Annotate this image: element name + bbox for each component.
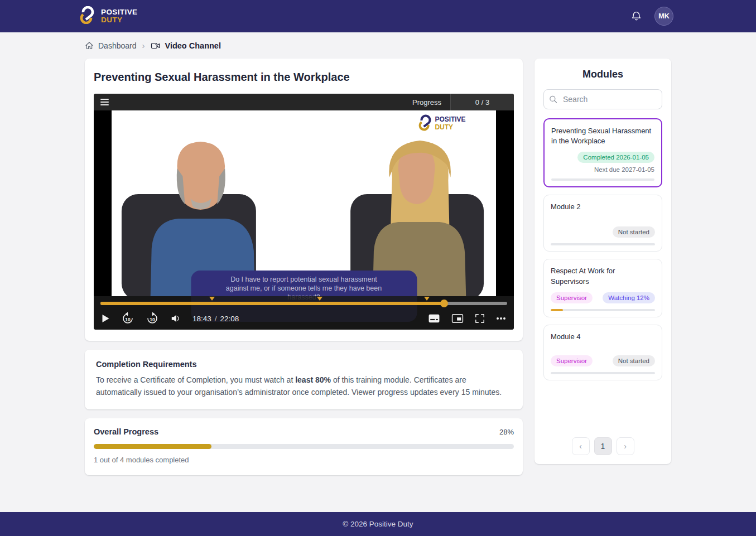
footer-copyright: © 2026 Positive Duty	[343, 520, 413, 528]
player-controls: 10 10	[94, 296, 514, 330]
module-title: Module 4	[551, 332, 655, 342]
fullscreen-button[interactable]	[475, 313, 485, 323]
breadcrumb: Dashboard › Video Channel	[0, 32, 756, 59]
svg-text:10: 10	[125, 317, 131, 322]
svg-text:POSITIVE: POSITIVE	[435, 115, 465, 123]
seek-bar[interactable]	[100, 302, 507, 305]
status-badge: Not started	[613, 226, 655, 238]
breadcrumb-dashboard-label: Dashboard	[98, 41, 137, 50]
video-frame: POSITIVE DUTY	[112, 110, 496, 296]
completion-title: Completion Requirements	[96, 360, 512, 369]
breadcrumb-current: Video Channel	[151, 41, 221, 50]
seek-handle[interactable]	[440, 300, 448, 307]
module-card-preventing-sexual-harassment[interactable]: Preventing Sexual Harassment in the Work…	[543, 118, 662, 187]
video-card: Preventing Sexual Harassment in the Work…	[85, 59, 523, 341]
overall-progress-subtitle: 1 out of 4 modules completed	[94, 456, 514, 464]
player-progress-count[interactable]: 0 / 3	[450, 94, 514, 110]
player-progress-label: Progress	[412, 98, 450, 107]
breadcrumb-separator: ›	[142, 41, 145, 50]
player-top-bar: Progress 0 / 3	[94, 94, 514, 110]
module-title: Respect At Work for Supervisors	[551, 266, 655, 286]
pagination-prev-button[interactable]: ‹	[572, 437, 590, 455]
module-title: Preventing Sexual Harassment in the Work…	[551, 126, 654, 146]
volume-button[interactable]	[170, 313, 181, 323]
time-display: 18:43 / 22:08	[192, 315, 239, 323]
breadcrumb-dashboard[interactable]: Dashboard	[85, 41, 137, 50]
completion-requirements-card: Completion Requirements To receive a Cer…	[85, 350, 523, 409]
status-badge: Completed 2026-01-05	[577, 152, 654, 163]
module-card-module-2[interactable]: Module 2 Not started	[543, 195, 662, 252]
module-title: Module 2	[551, 202, 655, 212]
home-icon	[85, 41, 94, 50]
footer: © 2026 Positive Duty	[0, 512, 756, 536]
pagination: ‹ 1 ›	[543, 427, 662, 455]
pip-button[interactable]	[451, 313, 464, 323]
rewind-10-button[interactable]: 10	[121, 312, 134, 325]
breadcrumb-current-label: Video Channel	[165, 41, 221, 50]
video-player[interactable]: Progress 0 / 3	[94, 94, 514, 330]
overall-progress-percent: 28%	[499, 428, 514, 436]
chapter-marker[interactable]	[424, 297, 430, 301]
chapter-marker[interactable]	[209, 297, 215, 301]
overall-progress-card: Overall Progress 28% 1 out of 4 modules …	[85, 418, 523, 475]
video-camera-icon	[151, 41, 161, 50]
chapter-marker[interactable]	[317, 297, 322, 301]
user-avatar[interactable]: MK	[654, 7, 673, 26]
search-input[interactable]	[543, 89, 662, 109]
captions-button[interactable]	[428, 313, 440, 323]
player-menu-icon[interactable]	[94, 99, 115, 105]
player-video-area[interactable]: POSITIVE DUTY Do I have to report potent…	[94, 110, 514, 296]
module-progress-bar	[551, 372, 655, 374]
modules-sidebar: Modules Preventing Sexual Harassment in …	[535, 59, 671, 464]
next-due-label: Next due 2027-01-05	[551, 166, 654, 173]
play-button[interactable]	[102, 314, 110, 323]
video-watermark: POSITIVE DUTY	[420, 115, 466, 131]
module-card-respect-at-work[interactable]: Respect At Work for Supervisors Supervis…	[543, 259, 662, 317]
top-navbar: POSITIVE DUTY MK	[0, 0, 756, 32]
modules-title: Modules	[543, 69, 662, 80]
module-card-module-4[interactable]: Module 4 Supervisor Not started	[543, 325, 662, 380]
svg-text:DUTY: DUTY	[435, 123, 453, 131]
pagination-page-1-button[interactable]: 1	[594, 437, 612, 455]
brand-logo[interactable]: POSITIVE DUTY	[78, 6, 137, 26]
role-badge: Supervisor	[551, 292, 593, 303]
module-progress-bar	[551, 243, 655, 245]
page-title: Preventing Sexual Harassment in the Work…	[94, 71, 514, 84]
module-progress-bar	[551, 309, 655, 311]
overall-progress-bar	[94, 444, 514, 449]
completion-body: To receive a Certificate of Completion, …	[96, 374, 509, 398]
svg-text:10: 10	[150, 317, 155, 322]
brand-name: POSITIVE DUTY	[101, 8, 137, 24]
role-badge: Supervisor	[551, 355, 593, 366]
brand-logo-icon	[78, 6, 96, 26]
module-progress-bar	[551, 178, 654, 181]
status-badge: Not started	[613, 355, 655, 366]
module-list: Preventing Sexual Harassment in the Work…	[543, 118, 662, 380]
video-scene: POSITIVE DUTY	[112, 110, 496, 296]
more-options-button[interactable]	[496, 317, 506, 320]
overall-progress-title: Overall Progress	[94, 427, 158, 436]
pagination-next-button[interactable]: ›	[617, 437, 634, 455]
notifications-bell-icon[interactable]	[630, 11, 642, 22]
search-icon	[549, 95, 557, 104]
forward-10-button[interactable]: 10	[146, 312, 159, 325]
status-badge: Watching 12%	[603, 292, 655, 303]
